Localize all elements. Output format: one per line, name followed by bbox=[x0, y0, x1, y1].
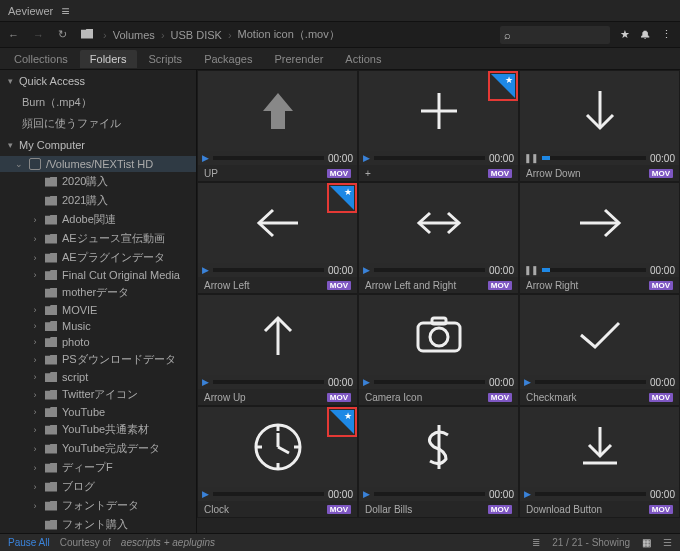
tree-folder[interactable]: ›フォントデータ bbox=[0, 496, 196, 515]
quick-item[interactable]: 頻回に使うファイル bbox=[0, 113, 196, 134]
play-icon[interactable]: ▶ bbox=[202, 265, 209, 275]
tree-folder[interactable]: ›Final Cut Original Media bbox=[0, 267, 196, 283]
asset-cell[interactable]: ▶ 00:00 Arrow Up MOV bbox=[197, 294, 358, 406]
star-icon[interactable]: ★ bbox=[620, 28, 630, 41]
tree-folder[interactable]: ›script bbox=[0, 369, 196, 385]
tree-folder[interactable]: ›AEジュース宣伝動画 bbox=[0, 229, 196, 248]
timebar[interactable]: ▶ 00:00 bbox=[198, 263, 357, 277]
breadcrumb[interactable]: › Volumes › USB DISK › Motion icon（.mov） bbox=[103, 27, 340, 42]
timebar[interactable]: ❚❚ 00:00 bbox=[520, 263, 679, 277]
tab-folders[interactable]: Folders bbox=[80, 50, 137, 68]
tree-folder[interactable]: フォント購入 bbox=[0, 515, 196, 533]
quick-access-header[interactable]: ▾ Quick Access bbox=[0, 70, 196, 92]
play-icon[interactable]: ▶ bbox=[363, 377, 370, 387]
tree-folder[interactable]: ›YouTube完成データ bbox=[0, 439, 196, 458]
asset-cell[interactable]: ▶ 00:00 Download Button MOV bbox=[519, 406, 680, 518]
svg-rect-9 bbox=[432, 318, 446, 324]
asset-cell[interactable]: ❚❚ 00:00 Arrow Down MOV bbox=[519, 70, 680, 182]
tree-folder[interactable]: ›ディープF bbox=[0, 458, 196, 477]
search-input[interactable]: ⌕ bbox=[500, 26, 610, 44]
thumbnail[interactable] bbox=[198, 183, 357, 263]
tab-collections[interactable]: Collections bbox=[4, 50, 78, 68]
thumbnail[interactable] bbox=[359, 71, 518, 151]
timebar[interactable]: ▶ 00:00 bbox=[359, 151, 518, 165]
timebar[interactable]: ▶ 00:00 bbox=[359, 487, 518, 501]
tree-folder[interactable]: ›Adobe関連 bbox=[0, 210, 196, 229]
favorite-badge[interactable] bbox=[490, 73, 516, 99]
tab-scripts[interactable]: Scripts bbox=[139, 50, 193, 68]
tab-prerender[interactable]: Prerender bbox=[264, 50, 333, 68]
asset-cell[interactable]: ❚❚ 00:00 Arrow Right MOV bbox=[519, 182, 680, 294]
tree-folder[interactable]: ›MOVIE bbox=[0, 302, 196, 318]
search-icon: ⌕ bbox=[504, 29, 511, 41]
tree-folder[interactable]: ›YouTube bbox=[0, 404, 196, 420]
duration: 00:00 bbox=[489, 377, 514, 388]
timebar[interactable]: ❚❚ 00:00 bbox=[520, 151, 679, 165]
thumbnail[interactable] bbox=[198, 71, 357, 151]
thumbnail[interactable] bbox=[359, 295, 518, 375]
list-view-icon[interactable]: ≣ bbox=[532, 537, 540, 548]
play-icon[interactable]: ▶ bbox=[363, 489, 370, 499]
bell-icon[interactable]: 🔔︎ bbox=[640, 29, 651, 41]
play-icon[interactable]: ▶ bbox=[363, 153, 370, 163]
tree-folder[interactable]: ›Twitterアイコン bbox=[0, 385, 196, 404]
favorite-badge[interactable] bbox=[329, 409, 355, 435]
thumbnail[interactable] bbox=[520, 71, 679, 151]
thumbnail[interactable] bbox=[198, 407, 357, 487]
thumbnail[interactable] bbox=[520, 407, 679, 487]
asset-cell[interactable]: ▶ 00:00 UP MOV bbox=[197, 70, 358, 182]
back-icon[interactable]: ← bbox=[8, 29, 19, 41]
play-icon[interactable]: ▶ bbox=[524, 489, 531, 499]
forward-icon[interactable]: → bbox=[33, 29, 44, 41]
tab-actions[interactable]: Actions bbox=[335, 50, 391, 68]
asset-cell[interactable]: ▶ 00:00 Camera Icon MOV bbox=[358, 294, 519, 406]
tab-packages[interactable]: Packages bbox=[194, 50, 262, 68]
play-icon[interactable]: ▶ bbox=[202, 489, 209, 499]
timebar[interactable]: ▶ 00:00 bbox=[520, 487, 679, 501]
refresh-icon[interactable]: ↻ bbox=[58, 28, 67, 41]
asset-cell[interactable]: ▶ 00:00 + MOV bbox=[358, 70, 519, 182]
asset-cell[interactable]: ▶ 00:00 Clock MOV bbox=[197, 406, 358, 518]
quick-item[interactable]: Burn（.mp4） bbox=[0, 92, 196, 113]
timebar[interactable]: ▶ 00:00 bbox=[198, 487, 357, 501]
tree-root[interactable]: ⌄ /Volumes/NEXTist HD bbox=[0, 156, 196, 172]
tree-folder[interactable]: ›photo bbox=[0, 334, 196, 350]
tree-folder[interactable]: 2020購入 bbox=[0, 172, 196, 191]
thumbnail[interactable] bbox=[520, 295, 679, 375]
more-icon[interactable]: ⋮ bbox=[661, 28, 672, 41]
timebar[interactable]: ▶ 00:00 bbox=[359, 263, 518, 277]
timebar[interactable]: ▶ 00:00 bbox=[359, 375, 518, 389]
favorite-badge[interactable] bbox=[329, 185, 355, 211]
pause-all-button[interactable]: Pause All bbox=[8, 537, 50, 548]
grid-view-icon[interactable]: ▦ bbox=[642, 537, 651, 548]
timebar[interactable]: ▶ 00:00 bbox=[198, 151, 357, 165]
detail-view-icon[interactable]: ☰ bbox=[663, 537, 672, 548]
timebar[interactable]: ▶ 00:00 bbox=[198, 375, 357, 389]
asset-name: Arrow Left bbox=[204, 280, 323, 291]
my-computer-header[interactable]: ▾ My Computer bbox=[0, 134, 196, 156]
thumbnail[interactable] bbox=[359, 407, 518, 487]
pause-icon[interactable]: ❚❚ bbox=[524, 153, 538, 163]
tree-folder[interactable]: 2021購入 bbox=[0, 191, 196, 210]
tree-folder[interactable]: ›Music bbox=[0, 318, 196, 334]
tree-folder[interactable]: ›PSダウンロードデータ bbox=[0, 350, 196, 369]
tree-folder[interactable]: motherデータ bbox=[0, 283, 196, 302]
thumbnail[interactable] bbox=[520, 183, 679, 263]
pause-icon[interactable]: ❚❚ bbox=[524, 265, 538, 275]
asset-cell[interactable]: ▶ 00:00 Dollar Bills MOV bbox=[358, 406, 519, 518]
folder-up-icon[interactable] bbox=[81, 29, 93, 41]
tree-folder[interactable]: ›YouTube共通素材 bbox=[0, 420, 196, 439]
tree-folder[interactable]: ›ブログ bbox=[0, 477, 196, 496]
play-icon[interactable]: ▶ bbox=[524, 377, 531, 387]
tree-folder[interactable]: ›AEプラグインデータ bbox=[0, 248, 196, 267]
menu-icon[interactable]: ≡ bbox=[61, 3, 69, 19]
play-icon[interactable]: ▶ bbox=[363, 265, 370, 275]
asset-cell[interactable]: ▶ 00:00 Checkmark MOV bbox=[519, 294, 680, 406]
thumbnail[interactable] bbox=[198, 295, 357, 375]
asset-cell[interactable]: ▶ 00:00 Arrow Left MOV bbox=[197, 182, 358, 294]
play-icon[interactable]: ▶ bbox=[202, 153, 209, 163]
timebar[interactable]: ▶ 00:00 bbox=[520, 375, 679, 389]
asset-cell[interactable]: ▶ 00:00 Arrow Left and Right MOV bbox=[358, 182, 519, 294]
thumbnail[interactable] bbox=[359, 183, 518, 263]
play-icon[interactable]: ▶ bbox=[202, 377, 209, 387]
